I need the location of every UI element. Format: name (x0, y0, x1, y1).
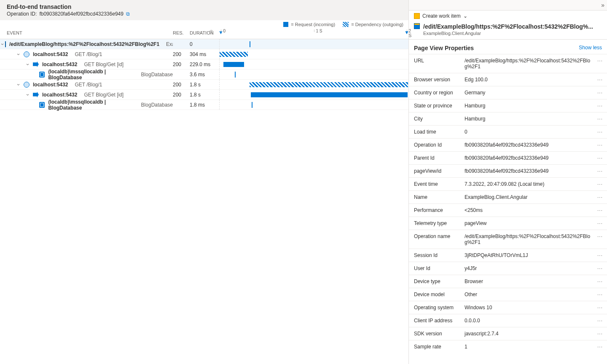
legend-request-label: = Request (incoming) (291, 22, 335, 27)
property-value: Edg 100.0 (465, 77, 595, 83)
property-row: Session Id3jRtDPQeAtRhU/TOrVmL1J··· (409, 249, 607, 262)
timeline-bar (223, 62, 244, 67)
property-more-button[interactable]: ··· (595, 168, 605, 174)
row-res: 200 (173, 82, 190, 88)
property-row: URL/edit/ExampleBlog/https:%2F%2Flocalho… (409, 54, 607, 73)
table-row[interactable]: ›localhost:5432GET /Blog/12001.8 s (0, 80, 408, 90)
row-duration: 1.8 s (190, 92, 219, 98)
table-row[interactable]: ›localhost:5432GET Blog/Get [id]200229.0… (0, 59, 408, 70)
expand-caret[interactable]: › (2, 41, 3, 47)
timeline-header: ◷ ▼ 0 1 S 2 S ▼ (219, 30, 408, 37)
row-extra: Example (166, 41, 173, 47)
property-more-button[interactable]: ··· (595, 278, 605, 284)
property-row: Device typeBrowser··· (409, 275, 607, 288)
property-more-button[interactable]: ··· (595, 142, 605, 148)
property-value: y4J5r (465, 265, 595, 271)
property-key: Parent Id (414, 155, 465, 161)
row-res: 200 (173, 62, 190, 67)
property-more-button[interactable]: ··· (595, 292, 605, 297)
property-row: Operating systemWindows 10··· (409, 301, 607, 314)
row-timeline (219, 49, 408, 59)
transaction-panel: End-to-end transaction Operation ID: fb0… (0, 0, 409, 364)
property-more-button[interactable]: ··· (595, 318, 605, 324)
legend-dependency-swatch (343, 22, 349, 27)
row-extra: BlogDatabase (141, 72, 173, 78)
property-row: Country or regionGermany··· (409, 86, 607, 99)
filter-end-icon[interactable]: ▼ (404, 29, 409, 35)
property-value: Hamburg (465, 103, 595, 109)
property-more-button[interactable]: ··· (595, 220, 605, 226)
property-key: Operation Id (414, 142, 465, 148)
row-duration: 0 (190, 41, 219, 47)
property-key: Client IP address (414, 318, 465, 324)
expand-caret[interactable]: › (27, 92, 31, 98)
property-more-button[interactable]: ··· (595, 90, 605, 96)
property-more-button[interactable]: ··· (595, 194, 605, 200)
timeline-bar (235, 72, 236, 78)
property-row: NameExampleBlog.Client.Angular··· (409, 190, 607, 203)
timeline-bar (251, 92, 408, 97)
property-more-button[interactable]: ··· (595, 344, 605, 350)
table-row[interactable]: ›localhost:5432GET /Blog/1200304 ms (0, 49, 408, 59)
row-res: 200 (173, 92, 190, 98)
property-value: Hamburg (465, 116, 595, 122)
col-duration[interactable]: DURATION (190, 30, 219, 37)
property-row: Operation Idfb0903820fa64ef092fbcd432336… (409, 138, 607, 151)
property-row: State or provinceHamburg··· (409, 99, 607, 112)
property-key: Telemetry type (414, 220, 465, 226)
property-row: User Idy4J5r··· (409, 262, 607, 275)
property-more-button[interactable]: ··· (595, 305, 605, 310)
property-more-button[interactable]: ··· (595, 58, 605, 64)
property-key: Operating system (414, 305, 465, 310)
collapse-button[interactable]: » (409, 0, 607, 11)
property-value: 0 (465, 129, 595, 135)
database-icon (39, 102, 45, 108)
property-more-button[interactable]: ··· (595, 103, 605, 109)
property-value: javascript:2.7.4 (465, 331, 595, 337)
property-more-button[interactable]: ··· (595, 181, 605, 187)
row-name: (localdb)\mssqllocaldb | BlogDatabase (48, 69, 134, 80)
row-extra: GET /Blog/1 (75, 51, 102, 57)
rows-host: ›/edit/ExampleBlog/https:%2F%2Flocalhost… (0, 39, 408, 110)
property-more-button[interactable]: ··· (595, 155, 605, 161)
property-more-button[interactable]: ··· (595, 129, 605, 135)
property-more-button[interactable]: ··· (595, 77, 605, 83)
table-row[interactable]: (localdb)\mssqllocaldb | BlogDatabaseBlo… (0, 100, 408, 110)
row-res: 200 (173, 51, 190, 57)
property-row: Operation name/edit/ExampleBlog/https:%2… (409, 230, 607, 249)
timeline-bar (250, 41, 250, 47)
legend-dependency-label: = Dependency (outgoing) (351, 22, 403, 27)
create-work-item-button[interactable]: Create work item ⌄ (414, 11, 605, 23)
expand-caret[interactable]: › (27, 62, 31, 67)
col-event[interactable]: EVENT (0, 30, 173, 37)
expand-caret[interactable]: › (18, 82, 22, 88)
legend: = Request (incoming) = Dependency (outgo… (0, 20, 408, 27)
property-more-button[interactable]: ··· (595, 233, 605, 239)
property-more-button[interactable]: ··· (595, 265, 605, 271)
tick-0: 0 (223, 29, 226, 33)
property-more-button[interactable]: ··· (595, 207, 605, 213)
col-res[interactable]: RES. (173, 30, 190, 37)
property-more-button[interactable]: ··· (595, 331, 605, 337)
legend-request-swatch (283, 22, 288, 27)
table-row[interactable]: ›localhost:5432GET Blog/Get [id]2001.8 s (0, 90, 408, 100)
property-key: State or province (414, 103, 465, 109)
property-value: Other (465, 292, 595, 297)
row-timeline (219, 59, 408, 69)
tick-1s: 1 S (316, 29, 322, 33)
row-duration: 1.8 ms (190, 102, 219, 108)
expand-caret[interactable]: › (18, 51, 22, 57)
property-key: Event time (414, 181, 465, 187)
operation-id-label: Operation ID: (7, 11, 37, 17)
show-less-link[interactable]: Show less (579, 45, 602, 51)
header: End-to-end transaction Operation ID: fb0… (0, 0, 408, 20)
copy-icon[interactable]: ⧉ (126, 11, 130, 17)
table-row[interactable]: (localdb)\mssqllocaldb | BlogDatabaseBlo… (0, 70, 408, 80)
row-extra: GET Blog/Get [id] (84, 92, 124, 98)
properties-header: Page View Properties (414, 45, 474, 51)
property-more-button[interactable]: ··· (595, 252, 605, 258)
property-more-button[interactable]: ··· (595, 116, 605, 122)
table-row[interactable]: ›/edit/ExampleBlog/https:%2F%2Flocalhost… (0, 39, 408, 49)
pageview-icon (5, 41, 6, 47)
property-row: CityHamburg··· (409, 112, 607, 125)
